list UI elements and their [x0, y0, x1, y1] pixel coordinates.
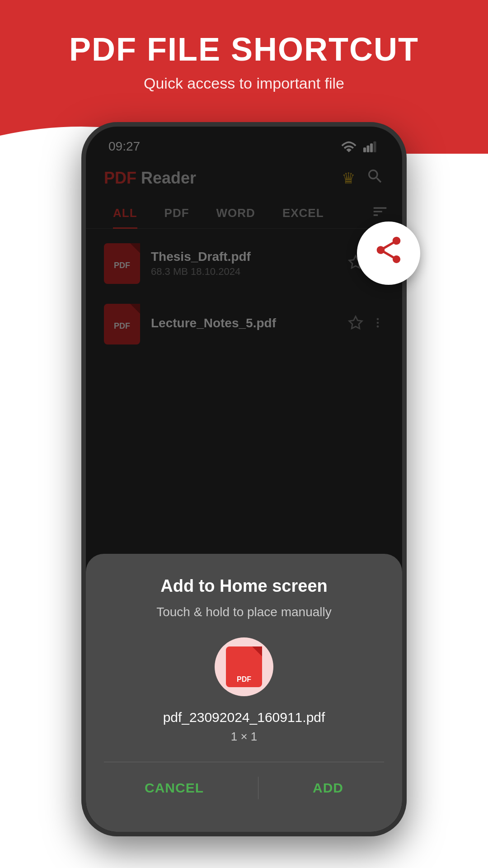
- pdf-label: PDF: [237, 675, 251, 684]
- dialog-subtitle: Touch & hold to place manually: [104, 605, 384, 619]
- dialog-filename: pdf_23092024_160911.pdf: [104, 710, 384, 725]
- dialog-buttons: CANCEL ADD: [104, 771, 384, 805]
- dialog-size: 1 × 1: [104, 730, 384, 744]
- cancel-button[interactable]: CANCEL: [117, 771, 231, 805]
- page-subtitle: Quick access to important file: [0, 75, 488, 92]
- add-button[interactable]: ADD: [286, 771, 371, 805]
- add-to-home-dialog: Add to Home screen Touch & hold to place…: [86, 554, 402, 832]
- dialog-title: Add to Home screen: [104, 576, 384, 596]
- phone-frame: 09:27 PDF Reader: [81, 122, 407, 836]
- share-fab-button[interactable]: [357, 222, 420, 285]
- pdf-icon-inner: PDF: [226, 646, 262, 687]
- dialog-divider: [104, 762, 384, 762]
- phone-screen: 09:27 PDF Reader: [86, 127, 402, 832]
- share-icon: [373, 234, 404, 273]
- dialog-pdf-icon: PDF: [215, 637, 273, 696]
- phone-mockup-area: 09:27 PDF Reader: [59, 122, 429, 868]
- page-title: PDF FILE SHORTCUT: [0, 32, 488, 67]
- dialog-icon-wrap: PDF: [104, 637, 384, 696]
- button-separator: [258, 777, 258, 799]
